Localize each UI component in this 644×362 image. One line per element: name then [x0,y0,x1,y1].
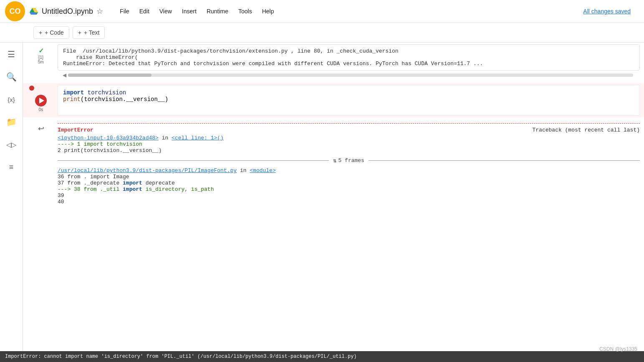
cell-line-link[interactable]: <cell line: 1>() [172,135,224,141]
pil-in-text: in [240,167,250,174]
pil-link-line: /usr/local/lib/python3.9/dist-packages/P… [58,167,640,174]
add-text-button[interactable]: + + Text [73,26,105,39]
add-code-button[interactable]: + + Code [33,26,69,39]
cell-1-time: 5m [38,60,44,64]
left-sidebar: ☰ 🔍 {x} 📁 ◁▷ ≡ [0,43,23,361]
pil-line-37: 37 from ._deprecate import deprecate [58,180,640,186]
pil-40-text: 40 [58,199,64,205]
save-status: All changes saved [583,8,639,15]
torchvision-module: torchvision [88,89,126,96]
arrow-line-1: ----> 1 import torchvision [58,141,640,147]
menu-insert[interactable]: Insert [178,5,201,17]
pil-37-text: 37 from ._deprecate import deprecate [58,180,175,186]
frames-line-left [58,160,329,161]
cell-1-wrapper: ✓ [1] 5m File /usr/local/lib/python3.9/d… [23,43,644,81]
arrow-line-2: 2 print(torchvision.__version__) [58,147,640,154]
bottom-error-text: ImportError: cannot import name 'is_dire… [5,354,357,359]
sidebar-icon-search[interactable]: 🔍 [4,69,19,84]
drive-icon [29,7,38,16]
file-name: UntitledO.ipynb [42,7,93,16]
pil-line-40: 40 [58,199,640,205]
traceback-separator [58,123,640,124]
code-line-1: import torchvision [63,89,634,96]
toolbar: + + Code + + Text [0,23,644,43]
error-line-1: File /usr/local/lib/python3.9/dist-packa… [63,48,634,54]
pil-36-text: 36 from . import Image [58,174,129,180]
menu-view[interactable]: View [155,5,176,17]
run-button[interactable] [35,95,47,106]
sidebar-icon-code[interactable]: ◁▷ [4,137,19,152]
scrollbar-track[interactable] [68,73,633,77]
ipython-link[interactable]: <ipython-input-10-63a934b2ad48> [58,135,159,141]
pil-line-39: 39 [58,192,640,199]
cell-1-error-output: File /usr/local/lib/python3.9/dist-packa… [58,44,640,71]
notebook: ✓ [1] 5m File /usr/local/lib/python3.9/d… [23,43,644,361]
sidebar-icon-files[interactable]: 📁 [4,114,19,129]
pil-line-38: ---> 38 from ._util import is_directory,… [58,186,640,192]
traceback-error-type: ImportError [58,127,93,133]
main-layout: ☰ 🔍 {x} 📁 ◁▷ ≡ ✓ [1] 5m File /usr/local/… [0,43,644,361]
error-dot [29,86,34,91]
sidebar-icon-variables[interactable]: {x} [4,92,19,107]
check-icon: ✓ [38,47,44,55]
arrow-1-text: ----> 1 import torchvision [58,141,142,147]
code-line-2: print(torchvision.__version__) [63,96,634,103]
code-empty-line [63,103,634,111]
cell-1-content: File /usr/local/lib/python3.9/dist-packa… [58,44,640,80]
traceback-area: ImportError Traceback (most recent call … [58,121,640,213]
frames-arrows-icon[interactable]: ⇅ [333,157,336,164]
scroll-left-arrow[interactable]: ◀ [63,72,66,78]
add-text-label: + Text [84,29,100,36]
menu-tools[interactable]: Tools [234,5,256,17]
menu-runtime[interactable]: Runtime [202,5,232,17]
file-name-area: UntitledO.ipynb ☆ [29,7,103,16]
pil-line-36: 36 from . import Image [58,174,640,180]
in-text-1: in [162,135,172,141]
frames-line-right [369,160,640,161]
star-icon[interactable]: ☆ [96,7,103,16]
output-gutter: ↩ [24,121,58,133]
topbar: CO UntitledO.ipynb ☆ File Edit View Inse… [0,0,644,23]
cell-2-time: 0s [39,107,43,112]
bottom-error-bar: ImportError: cannot import name 'is_dire… [0,351,644,362]
cell-action-icon[interactable]: ↩ [38,124,44,133]
cell-2-wrapper: 0s import torchvision print(torchvision.… [23,83,644,117]
frames-count: 5 frames [338,157,364,164]
ipython-input-line: <ipython-input-10-63a934b2ad48> in <cell… [58,135,640,141]
print-fn: print [63,96,81,103]
import-keyword: import [63,89,84,96]
plus-code-icon: + [39,29,42,36]
code-cell-box[interactable]: import torchvision print(torchvision.__v… [58,85,640,116]
output-content: ImportError Traceback (most recent call … [58,121,640,213]
module-link[interactable]: <module> [250,167,275,174]
colab-logo: CO [5,1,25,21]
menu-file[interactable]: File [116,5,134,17]
error-line-2: raise RuntimeError( [63,54,634,61]
plus-text-icon: + [78,29,81,36]
paren-open: (torchvision.__version__) [81,96,168,103]
scrollbar-thumb [68,73,152,77]
spacer [58,205,640,210]
scrollbar-area[interactable]: ◀ [63,72,635,78]
watermark: CSDN @lys1335 [599,346,637,352]
pil-link[interactable]: /usr/local/lib/python3.9/dist-packages/P… [58,167,237,174]
pil-arrow-text: ---> 38 from ._util import is_directory,… [58,186,214,192]
traceback-header: Traceback (most recent call last) [533,127,640,133]
pil-39-text: 39 [58,192,64,199]
cell-2-gutter: 0s [24,85,58,112]
menu-help[interactable]: Help [258,5,278,17]
cell-1-gutter: ✓ [1] 5m [24,44,58,64]
traceback-header-row: ImportError Traceback (most recent call … [58,127,640,133]
run-triangle-icon [39,98,44,104]
cell-2-content: import torchvision print(torchvision.__v… [58,85,640,116]
code-line-2-trace: 2 print(torchvision.__version__) [58,147,162,154]
sidebar-icon-menu[interactable]: ☰ [4,47,19,62]
menu-bar: File Edit View Insert Runtime Tools Help… [116,5,639,17]
sidebar-icon-terminal[interactable]: ≡ [4,159,19,175]
cell-1-number: [1] [38,55,43,60]
output-wrapper: ↩ ImportError Traceback (most recent cal… [23,119,644,214]
menu-edit[interactable]: Edit [135,5,154,17]
error-line-3: RuntimeError: Detected that PyTorch and … [63,61,634,67]
frames-label: ⇅ 5 frames [329,157,369,164]
frames-section: ⇅ 5 frames [58,157,640,164]
